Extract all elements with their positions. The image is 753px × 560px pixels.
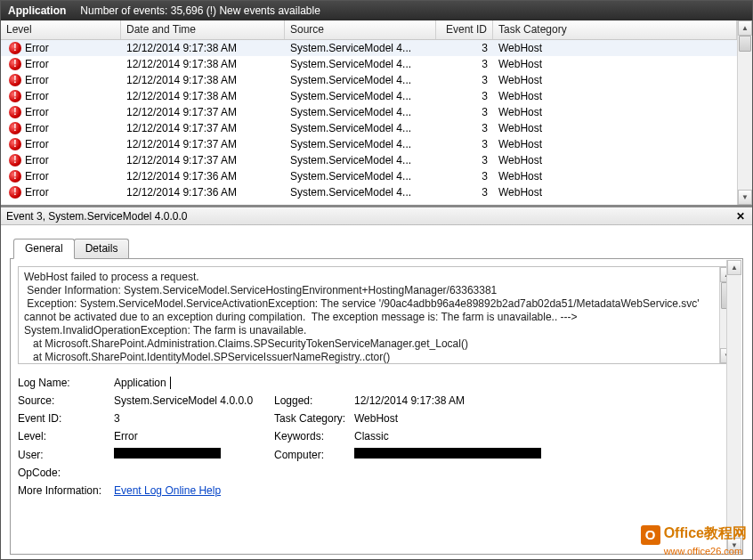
scroll-down-icon[interactable]: ▼ [738, 190, 752, 205]
lbl-task-category: Task Category: [274, 412, 354, 425]
cell-date: 12/12/2014 9:17:37 AM [121, 138, 285, 150]
event-list-body[interactable]: !Error12/12/2014 9:17:38 AMSystem.Servic… [1, 40, 737, 206]
cell-category: WebHost [493, 154, 737, 166]
cell-category: WebHost [493, 90, 737, 102]
cell-date: 12/12/2014 9:17:37 AM [121, 106, 285, 118]
table-row[interactable]: !Error12/12/2014 9:17:38 AMSystem.Servic… [1, 56, 737, 72]
val-user [114, 448, 274, 461]
event-log-online-help-link[interactable]: Event Log Online Help [114, 484, 221, 497]
cell-level: !Error [4, 154, 121, 166]
cell-date: 12/12/2014 9:17:37 AM [121, 122, 285, 134]
cell-category: WebHost [493, 58, 737, 70]
cell-source: System.ServiceModel 4... [285, 186, 436, 199]
msg-line: WebHost failed to process a request. [24, 271, 717, 284]
lbl-level: Level: [18, 430, 114, 442]
cell-event-id: 3 [436, 42, 493, 54]
close-icon[interactable]: ✕ [734, 210, 747, 223]
error-icon: ! [9, 74, 21, 86]
lbl-computer: Computer: [274, 449, 354, 461]
val-keywords: Classic [354, 430, 735, 442]
cell-date: 12/12/2014 9:17:38 AM [121, 42, 285, 54]
lbl-user: User: [18, 449, 114, 461]
scroll-down-icon[interactable]: ▼ [727, 538, 741, 553]
table-row[interactable]: !Error12/12/2014 9:17:37 AMSystem.Servic… [1, 136, 737, 152]
list-scrollbar[interactable]: ▲ ▼ [737, 20, 752, 205]
tabs: General Details [13, 238, 743, 258]
lbl-opcode: OpCode: [18, 467, 114, 479]
cell-source: System.ServiceModel 4... [285, 170, 436, 183]
column-headers: Level Date and Time Source Event ID Task… [1, 20, 752, 40]
cell-source: System.ServiceModel 4... [285, 74, 436, 86]
val-computer [354, 448, 735, 461]
table-row[interactable]: !Error12/12/2014 9:17:38 AMSystem.Servic… [1, 88, 737, 104]
cell-event-id: 3 [436, 58, 493, 70]
tab-details[interactable]: Details [74, 239, 130, 259]
cell-category: WebHost [493, 170, 737, 183]
cell-event-id: 3 [436, 106, 493, 118]
table-row[interactable]: !Error12/12/2014 9:17:36 AMSystem.Servic… [1, 184, 737, 200]
table-row[interactable]: !Error12/12/2014 9:17:36 AMSystem.Servic… [1, 168, 737, 184]
scroll-thumb[interactable] [739, 36, 751, 52]
scroll-up-icon[interactable]: ▲ [738, 20, 752, 36]
table-row[interactable]: !Error12/12/2014 9:17:37 AMSystem.Servic… [1, 152, 737, 168]
cell-level: !Error [4, 42, 121, 54]
cell-date: 12/12/2014 9:17:38 AM [121, 74, 285, 86]
scroll-up-icon[interactable]: ▲ [727, 260, 741, 275]
event-viewer-window: Application Number of events: 35,696 (!)… [0, 0, 753, 560]
col-header-eventid[interactable]: Event ID [436, 20, 493, 39]
cell-source: System.ServiceModel 4... [285, 122, 436, 134]
cell-event-id: 3 [436, 138, 493, 150]
cell-level: !Error [4, 122, 121, 134]
cell-source: System.ServiceModel 4... [285, 138, 436, 150]
table-row[interactable]: !Error12/12/2014 9:17:37 AMSystem.Servic… [1, 104, 737, 120]
event-properties: Log Name: Application Source: System.Ser… [18, 377, 735, 497]
table-row[interactable]: !Error12/12/2014 9:17:37 AMSystem.Servic… [1, 120, 737, 136]
detail-header: Event 3, System.ServiceModel 4.0.0.0 ✕ [1, 207, 752, 225]
msg-line: at Microsoft.SharePoint.IdentityModel.SP… [24, 351, 717, 364]
table-row[interactable]: !Error12/12/2014 9:17:38 AMSystem.Servic… [1, 72, 737, 88]
col-header-category[interactable]: Task Category [493, 20, 737, 39]
cell-date: 12/12/2014 9:17:36 AM [121, 170, 285, 183]
col-header-date[interactable]: Date and Time [121, 20, 285, 39]
cell-source: System.ServiceModel 4... [285, 90, 436, 102]
cell-source: System.ServiceModel 4... [285, 154, 436, 166]
cell-level: !Error [4, 58, 121, 70]
lbl-keywords: Keywords: [274, 430, 354, 442]
cell-event-id: 3 [436, 186, 493, 199]
cell-source: System.ServiceModel 4... [285, 58, 436, 70]
val-task-category: WebHost [354, 412, 735, 425]
col-header-level[interactable]: Level [1, 20, 121, 39]
title-bar: Application Number of events: 35,696 (!)… [1, 1, 752, 20]
lbl-event-id: Event ID: [18, 412, 114, 425]
tab-content-general: WebHost failed to process a request. Sen… [10, 258, 743, 555]
error-icon: ! [9, 106, 21, 118]
event-count-status: Number of events: 35,696 (!) New events … [80, 4, 320, 17]
cell-date: 12/12/2014 9:17:38 AM [121, 58, 285, 70]
msg-line: System.InvalidOperationException: The fa… [24, 324, 717, 337]
error-icon: ! [9, 170, 21, 183]
cell-level: !Error [4, 186, 121, 199]
error-icon: ! [9, 42, 21, 54]
event-message-box: WebHost failed to process a request. Sen… [18, 266, 735, 364]
table-row[interactable]: !Error12/12/2014 9:17:38 AMSystem.Servic… [1, 40, 737, 56]
cell-date: 12/12/2014 9:17:37 AM [121, 154, 285, 166]
cell-level: !Error [4, 106, 121, 118]
cell-category: WebHost [493, 106, 737, 118]
lbl-more-info: More Information: [18, 484, 114, 497]
cell-date: 12/12/2014 9:17:36 AM [121, 186, 285, 199]
error-icon: ! [9, 186, 21, 199]
msg-line: Sender Information: System.ServiceModel.… [24, 284, 717, 297]
app-name: Application [8, 4, 66, 17]
detail-title: Event 3, System.ServiceModel 4.0.0.0 [6, 210, 187, 223]
tab-general[interactable]: General [13, 239, 75, 259]
col-header-source[interactable]: Source [285, 20, 436, 39]
detail-scrollbar[interactable]: ▲ ▼ [726, 260, 741, 553]
cell-category: WebHost [493, 42, 737, 54]
cell-level: !Error [4, 90, 121, 102]
val-level: Error [114, 430, 274, 442]
cell-event-id: 3 [436, 154, 493, 166]
cell-category: WebHost [493, 138, 737, 150]
lbl-logged: Logged: [274, 394, 354, 407]
cell-category: WebHost [493, 186, 737, 199]
msg-line: at Microsoft.SharePoint.Administration.C… [24, 337, 717, 351]
